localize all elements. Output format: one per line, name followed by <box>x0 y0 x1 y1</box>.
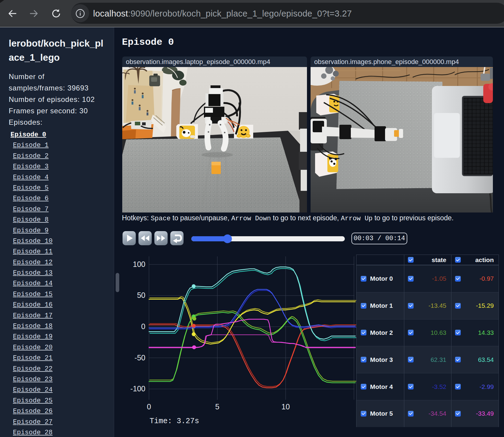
svg-text:-50: -50 <box>135 353 145 362</box>
svg-text:-100: -100 <box>130 384 145 393</box>
svg-text:0: 0 <box>147 402 151 411</box>
svg-text:100: 100 <box>133 260 145 268</box>
svg-text:50: 50 <box>137 291 145 299</box>
svg-text:10: 10 <box>281 402 290 411</box>
svg-text:5: 5 <box>215 402 220 411</box>
svg-text:0: 0 <box>141 322 145 331</box>
